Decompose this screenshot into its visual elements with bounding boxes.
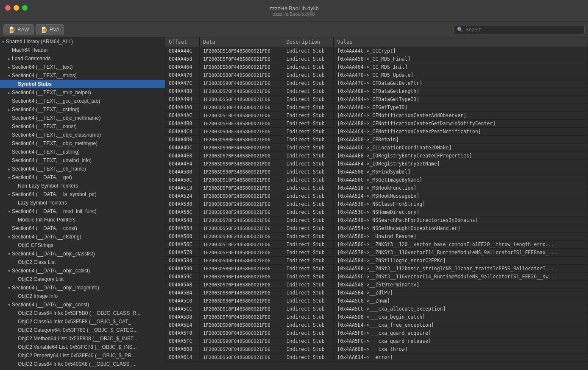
sidebar-item-section64-text-stub-helper[interactable]: Section64 (__TEXT,__stub_helper) (0, 88, 165, 97)
table-row[interactable]: 004AA5CC1F2003D510F1485800021FD6Indirect… (165, 305, 588, 313)
sidebar-item-section64-data-objc-classlist[interactable]: Section64 (__DATA,__objc_classlist) (0, 249, 165, 258)
sidebar-item-objc2-category64[interactable]: ObjC2 Category64: 0x53F780 (__OBJC_$_CAT… (0, 326, 165, 334)
table-row[interactable]: 004AA4641F2003D5D0F4485800021FD6Indirect… (165, 63, 588, 71)
maximize-button[interactable] (22, 5, 28, 11)
sidebar-item-objc2-class64-info-3[interactable]: ObjC2 Class64 Info: 0x5400A8 (__OBJC_CLA… (0, 360, 165, 368)
table-row[interactable]: 004AA4D01F2003D5B0F3485800021FD6Indirect… (165, 136, 588, 144)
table-row[interactable]: 004AA44C1F2003D510F5485800021FD6Indirect… (165, 47, 588, 55)
table-row[interactable]: 004AA5781F2003D5F0F1485800021FD6Indirect… (165, 249, 588, 257)
table-row[interactable]: 004AA5481F2003D570F2485800021FD6Indirect… (165, 216, 588, 224)
table-row[interactable]: 004AA4AC1F2003D510F4485800021FD6Indirect… (165, 112, 588, 120)
table-row[interactable]: 004AA59C1F2003D590F1485800021FD6Indirect… (165, 273, 588, 281)
sidebar-item-section64-text-ustring[interactable]: Section64 (__TEXT,__ustring) (0, 148, 165, 156)
data-panel: Offset Data Description Value 004AA44C1F… (165, 37, 588, 370)
sidebar-item-section64-text-objc-methtype[interactable]: Section64 (__TEXT,__objc_methtype) (0, 139, 165, 148)
close-button[interactable] (5, 5, 11, 11)
table-row[interactable]: 004AA4DC1F2003D590F3485800021FD6Indirect… (165, 144, 588, 152)
sidebar-item-objc2-class64-info-2[interactable]: ObjC2 Class64 Info: 0x53F5F8 (__OBJC_$_C… (0, 317, 165, 326)
sidebar-item-non-lazy-symbol-pointers[interactable]: Non-Lazy Symbol Pointers (0, 182, 165, 190)
sidebar-item-objc2-property64-list[interactable]: ObjC2 Property64 List: 0x53FF40 (__OBJC_… (0, 351, 165, 360)
sidebar-item-objc2-method64-list-1[interactable]: ObjC2 Method64 List: 0x53F808 (__OBJC_$_… (0, 334, 165, 343)
table-row[interactable]: 004AA4881F2003D570F4485800021FD6Indirect… (165, 87, 588, 95)
sidebar-item-section64-text-const[interactable]: Section64 (__TEXT,__const) (0, 122, 165, 131)
tab-raw[interactable]: 🍺 RAW (3, 24, 34, 35)
sidebar-label-section64-data-const: Section64 (__DATA,__const) (12, 225, 77, 231)
sidebar-item-shared-lib[interactable]: Shared Library (ARM64_ALL) (0, 37, 165, 46)
sidebar-item-objc-cfstrings[interactable]: ObjC CFStrings (0, 241, 165, 249)
sidebar-item-section64-data-objc-catlist[interactable]: Section64 (__DATA,__objc_catlist) (0, 266, 165, 275)
table-row[interactable]: 004AA4A01F2003D530F4485800021FD6Indirect… (165, 104, 588, 112)
sidebar-item-lazy-symbol-pointers[interactable]: Lazy Symbol Pointers (0, 199, 165, 207)
table-row[interactable]: 004AA4F41F2003D550F3485800021FD6Indirect… (165, 160, 588, 168)
sidebar-item-objc2-class64-info-1[interactable]: ObjC2 Class64 Info: 0x53F5B0 (__OBJC_CLA… (0, 309, 165, 317)
table-row[interactable]: 004AA5B41F2003D550F1485800021FD6Indirect… (165, 289, 588, 297)
table-row[interactable]: 004AA5541F2003D550F2485800021FD6Indirect… (165, 224, 588, 233)
sidebar-item-section64-text-cstring[interactable]: Section64 (__TEXT,__cstring) (0, 105, 165, 114)
sidebar-item-objc2-image-info[interactable]: ObjC2 Image Info (0, 292, 165, 300)
sidebar-item-section64-data-objc-const[interactable]: Section64 (__DATA,__objc_const) (0, 300, 165, 309)
table-row[interactable]: 004AA5241F2003D5D0F2485800021FD6Indirect… (165, 192, 588, 200)
sidebar-item-section64-text-unwind-info[interactable]: Section64 (__TEXT,__unwind_info) (0, 156, 165, 165)
table-row[interactable]: 004AA6081F2003D570F0485800021FD6Indirect… (165, 345, 588, 353)
sidebar-item-section64-data-la-symbol-ptr[interactable]: Section64 (__DATA,__la_symbol_ptr) (0, 190, 165, 199)
table-row[interactable]: 004AA5F01F2003D5B0F0485800021FD6Indirect… (165, 329, 588, 337)
table-row[interactable]: 004AA5A81F2003D570F1485800021FD6Indirect… (165, 281, 588, 289)
data-table-container[interactable]: Offset Data Description Value 004AA44C1F… (165, 37, 588, 370)
cell-value: [0x4AA458->_CC_MD5_Final] (334, 55, 588, 63)
sidebar-item-objc2-category-list[interactable]: ObjC2 Category List (0, 275, 165, 283)
tab-rva[interactable]: 🍺 RVA (36, 24, 64, 35)
window-controls[interactable] (5, 5, 28, 11)
sidebar-item-section64-data-const[interactable]: Section64 (__DATA,__const) (0, 224, 165, 233)
table-row[interactable]: 004AA5181F2003D5F0F2485800021FD6Indirect… (165, 184, 588, 192)
sidebar-item-section64-data-cfstring[interactable]: Section64 (__DATA,__cfstring) (0, 233, 165, 241)
sidebar-item-section64-data-objc-imageinfo[interactable]: Section64 (__DATA,__objc_imageinfo) (0, 283, 165, 292)
cell-offset: 004AA5D8 (165, 313, 199, 321)
sidebar-item-symbol-stubs[interactable]: Symbol Stubs (0, 80, 165, 88)
table-row[interactable]: 004AA5FC1F2003D590F0485800021FD6Indirect… (165, 337, 588, 345)
sidebar-item-section64-text-objc-methname[interactable]: Section64 (__TEXT,__objc_methname) (0, 114, 165, 122)
sidebar-item-module-init-func-pointers[interactable]: Module Init Func Pointers (0, 216, 165, 224)
sidebar-item-objc2-variable64-list[interactable]: ObjC2 Variable64 List: 0x53FC78 (__OBJC_… (0, 343, 165, 351)
table-row[interactable]: 004AA5E41F2003D5D0F0485800021FD6Indirect… (165, 321, 588, 329)
sidebar-item-section64-text-text[interactable]: Section64 (__TEXT,__text) (0, 63, 165, 71)
table-row[interactable]: 004AA5841F2003D5D0F1485800021FD6Indirect… (165, 257, 588, 265)
table-row[interactable]: 004AA5C01F2003D530F1485800021FD6Indirect… (165, 297, 588, 305)
table-row[interactable]: 004AA5301F2003D5B0F2485800021FD6Indirect… (165, 200, 588, 208)
sidebar-item-section64-text-gcc-except-tab[interactable]: Section64 (__TEXT,__gcc_except_tab) (0, 97, 165, 105)
cell-offset: 004AA578 (165, 249, 199, 257)
sidebar-item-objc2-class-list[interactable]: ObjC2 Class List (0, 258, 165, 266)
cell-offset: 004AA47C (165, 79, 199, 87)
sidebar-item-mach64-header[interactable]: Mach64 Header (0, 46, 165, 54)
table-row[interactable]: 004AA5D81F2003D5F0F0485800021FD6Indirect… (165, 313, 588, 321)
cell-data: 1F2003D570F1485800021FD6 (199, 281, 283, 289)
search-input[interactable] (465, 27, 581, 33)
table-row[interactable]: 004AA4581F2003D5F0F4485800021FD6Indirect… (165, 55, 588, 63)
sidebar-item-objc2-method64-list-2[interactable]: ObjC2 Method64 List: 0x540248 (__OBJC_$_… (0, 368, 165, 370)
table-row[interactable]: 004AA4C41F2003D5D0F3485800021FD6Indirect… (165, 128, 588, 136)
table-row[interactable]: 004AA5901F2003D5B0F1485800021FD6Indirect… (165, 265, 588, 273)
table-row[interactable]: 004AA56C1F2003D510F2485800021FD6Indirect… (165, 241, 588, 249)
table-row[interactable]: 004AA5601F2003D530F2485800021FD6Indirect… (165, 233, 588, 241)
table-row[interactable]: 004AA4B81F2003D5F0F3485800021FD6Indirect… (165, 120, 588, 128)
col-value: Value (334, 37, 588, 47)
sidebar-item-section64-data-got[interactable]: Section64 (__DATA,__got) (0, 173, 165, 182)
table-row[interactable]: 004AA50C1F2003D510F3485800021FD6Indirect… (165, 176, 588, 184)
cell-value: [0x4AA584->__ZNSt11logic_errorC2EPKc] (334, 257, 588, 265)
sidebar-item-load-commands[interactable]: Load Commands (0, 54, 165, 63)
sidebar-item-section64-data-mod-init-func[interactable]: Section64 (__DATA,__mod_init_func) (0, 207, 165, 216)
sidebar-label-lazy-symbol-pointers: Lazy Symbol Pointers (18, 200, 67, 206)
table-row[interactable]: 004AA4941F2003D550F4485800021FD6Indirect… (165, 95, 588, 104)
search-bar[interactable]: 🔍 (453, 25, 585, 34)
window-title: zzzzHeiBaoLib.dylib (269, 5, 318, 11)
minimize-button[interactable] (14, 5, 19, 11)
table-row[interactable]: 004AA4701F2003D5B0F4485800021FD6Indirect… (165, 71, 588, 79)
table-row[interactable]: 004AA53C1F2003D590F2485800021FD6Indirect… (165, 208, 588, 216)
cell-description: Indirect Stub (283, 257, 334, 265)
sidebar-item-section64-text-eh-frame[interactable]: Section64 (__TEXT,__eh_frame) (0, 165, 165, 173)
table-row[interactable]: 004AA5001F2003D530F3485800021FD6Indirect… (165, 168, 588, 176)
table-row[interactable]: 004AA47C1F2003D590F4485800021FD6Indirect… (165, 79, 588, 87)
sidebar-item-section64-text-stubs[interactable]: Section64 (__TEXT,__stubs) (0, 71, 165, 80)
table-row[interactable]: 004AA4E81F2003D570F3485800021FD6Indirect… (165, 152, 588, 160)
table-row[interactable]: 004AA6141F2003D550F0485800021FD6Indirect… (165, 353, 588, 362)
sidebar-item-section64-text-objc-classname[interactable]: Section64 (__TEXT,__objc_classname) (0, 131, 165, 139)
